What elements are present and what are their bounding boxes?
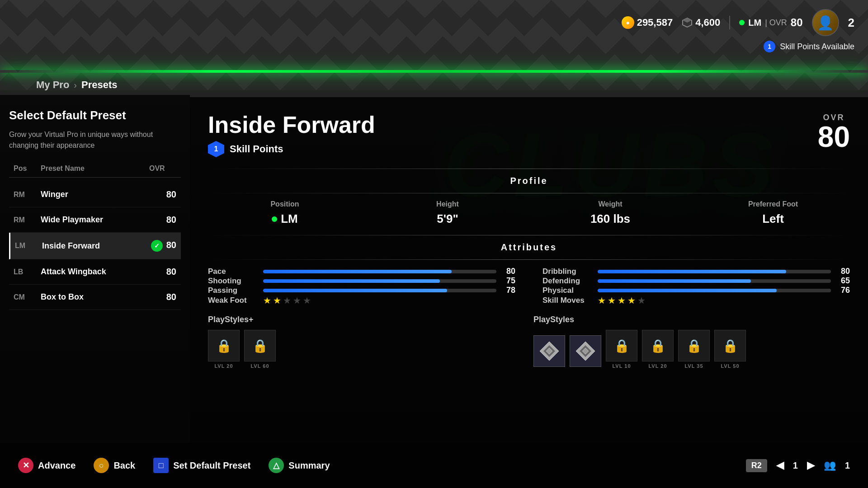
attrs-left-col: Pace 80 Shooting 75 Passing 78 Weak Foot… bbox=[208, 267, 515, 306]
attribute-row: Defending 65 bbox=[542, 276, 850, 286]
list-item[interactable]: LB Attack Wingback 80 bbox=[9, 259, 181, 285]
skill-points-available-label: Skill Points Available bbox=[780, 42, 854, 52]
stat-weight: Weight 160 lbs bbox=[533, 200, 687, 226]
attrs-right-col: Dribbling 80 Defending 65 Physical 76 Sk… bbox=[542, 267, 850, 306]
stat-foot: Preferred Foot Left bbox=[696, 200, 850, 226]
playstyle-icon bbox=[570, 335, 601, 369]
preset-pos: RM bbox=[14, 216, 41, 224]
ovr-block: OVR 80 bbox=[818, 113, 850, 151]
currency2-display: 4,600 bbox=[682, 17, 720, 28]
attr-bar-fill bbox=[598, 289, 777, 292]
position-green-dot bbox=[272, 216, 277, 222]
skill-badge-icon: 1 bbox=[764, 41, 775, 52]
advance-button[interactable]: ✕ Advance bbox=[18, 458, 75, 473]
stars-container: ★★★★★ bbox=[598, 295, 646, 306]
attr-bar-bg bbox=[263, 289, 496, 292]
lock-icon: 🔒 bbox=[686, 338, 702, 353]
lock-icon: 🔒 bbox=[614, 338, 630, 353]
position-badge: LM | OVR 80 bbox=[739, 16, 802, 29]
ps-level-label: LVL 20 bbox=[214, 363, 233, 369]
ovr-label: | OVR bbox=[765, 18, 787, 28]
preset-ovr: 80 bbox=[149, 267, 176, 277]
nav-right-arrow[interactable]: ▶ bbox=[807, 460, 815, 471]
ovr-block-value: 80 bbox=[818, 122, 850, 151]
breadcrumb-parent[interactable]: My Pro bbox=[36, 79, 69, 91]
preset-name: Attack Wingback bbox=[41, 267, 149, 277]
profile-grid: Position LM Height 5'9" Weight 160 lbs P… bbox=[208, 200, 850, 226]
ps-icon-box: 🔒 bbox=[642, 330, 674, 361]
preset-name: Wide Playmaker bbox=[41, 215, 149, 225]
summary-button[interactable]: △ Summary bbox=[269, 458, 330, 473]
foot-label: Preferred Foot bbox=[696, 200, 850, 208]
preset-pos: CM bbox=[14, 293, 41, 301]
lock-icon: 🔒 bbox=[722, 338, 738, 353]
preset-name: Inside Forward bbox=[42, 241, 149, 251]
selected-check-icon: ✓ bbox=[151, 240, 163, 252]
back-label: Back bbox=[113, 460, 135, 471]
page-current: 1 bbox=[793, 460, 798, 470]
star-icon: ★ bbox=[618, 295, 626, 306]
left-panel: Select Default Preset Grow your Virtual … bbox=[0, 95, 190, 443]
star-icon: ★ bbox=[303, 295, 311, 306]
attr-bar-bg bbox=[263, 279, 496, 283]
divider-3 bbox=[208, 235, 850, 235]
attr-bar-bg bbox=[598, 270, 831, 273]
bottom-bar: ✕ Advance ○ Back □ Set Default Preset △ … bbox=[0, 443, 868, 488]
back-button[interactable]: ○ Back bbox=[94, 458, 135, 473]
playstyle-icon: 🔒 LVL 20 bbox=[642, 330, 674, 369]
attributes-grid: Pace 80 Shooting 75 Passing 78 Weak Foot… bbox=[208, 267, 850, 306]
page-indicator: 1 bbox=[793, 460, 798, 471]
diamond-icon bbox=[575, 341, 596, 361]
circle-button-icon: ○ bbox=[94, 458, 109, 473]
list-header: Pos Preset Name OVR bbox=[9, 164, 181, 178]
star-icon: ★ bbox=[273, 295, 281, 306]
preset-pos: LB bbox=[14, 268, 41, 276]
attribute-row: Pace 80 bbox=[208, 267, 515, 276]
stat-position: Position LM bbox=[208, 200, 362, 226]
star-icon: ★ bbox=[608, 295, 616, 306]
height-label: Height bbox=[371, 200, 524, 208]
attr-name: Pace bbox=[208, 267, 258, 276]
attr-name: Passing bbox=[208, 286, 258, 295]
col-ovr: OVR bbox=[149, 164, 176, 173]
square-button-icon: □ bbox=[153, 458, 169, 473]
points-icon bbox=[682, 17, 693, 28]
list-item[interactable]: CM Box to Box 80 bbox=[9, 285, 181, 310]
advance-label: Advance bbox=[38, 460, 75, 471]
list-item[interactable]: RM Winger 80 bbox=[9, 182, 181, 207]
divider-2 bbox=[208, 193, 850, 193]
playstyle-icon bbox=[533, 335, 565, 369]
coin-icon: ● bbox=[622, 16, 634, 29]
r2-badge: R2 bbox=[746, 459, 767, 472]
playstyles-plus-label: PlayStyles+ bbox=[208, 315, 524, 324]
position-label: LM bbox=[748, 18, 761, 28]
ps-icon-box: 🔒 bbox=[606, 330, 637, 361]
ps-icon-box: 🔒 bbox=[244, 330, 276, 361]
preset-pos: LM bbox=[15, 242, 42, 250]
skill-hex-badge: 1 bbox=[208, 141, 224, 157]
bottom-actions: ✕ Advance ○ Back □ Set Default Preset △ … bbox=[18, 458, 330, 473]
playstyles-plus-icons: 🔒 LVL 20 🔒 LVL 60 bbox=[208, 330, 524, 369]
player-number: 2 bbox=[848, 16, 854, 30]
attribute-row: Physical 76 bbox=[542, 286, 850, 295]
list-item[interactable]: RM Wide Playmaker 80 bbox=[9, 207, 181, 233]
playstyle-icon: 🔒 LVL 50 bbox=[714, 330, 746, 369]
star-icon: ★ bbox=[598, 295, 606, 306]
list-item[interactable]: LM Inside Forward ✓80 bbox=[9, 233, 181, 259]
attribute-row: Skill Moves ★★★★★ bbox=[542, 295, 850, 306]
attr-bar-fill bbox=[263, 279, 440, 283]
breadcrumb-current: Presets bbox=[81, 79, 118, 91]
summary-label: Summary bbox=[288, 460, 330, 471]
currency1-amount: 295,587 bbox=[637, 17, 673, 28]
playstyles-plus-col: PlayStyles+ 🔒 LVL 20 🔒 LVL 60 bbox=[208, 315, 524, 369]
col-pos: Pos bbox=[14, 164, 41, 173]
set-default-button[interactable]: □ Set Default Preset bbox=[153, 458, 250, 473]
attr-value: 76 bbox=[836, 286, 850, 295]
star-icon: ★ bbox=[263, 295, 271, 306]
star-icon: ★ bbox=[283, 295, 291, 306]
avatar-face: 👤 bbox=[813, 10, 838, 35]
green-light-strip bbox=[0, 70, 868, 73]
nav-left-arrow[interactable]: ◀ bbox=[776, 460, 784, 471]
panel-title: Select Default Preset bbox=[9, 108, 181, 122]
attr-bar-fill bbox=[263, 270, 452, 273]
